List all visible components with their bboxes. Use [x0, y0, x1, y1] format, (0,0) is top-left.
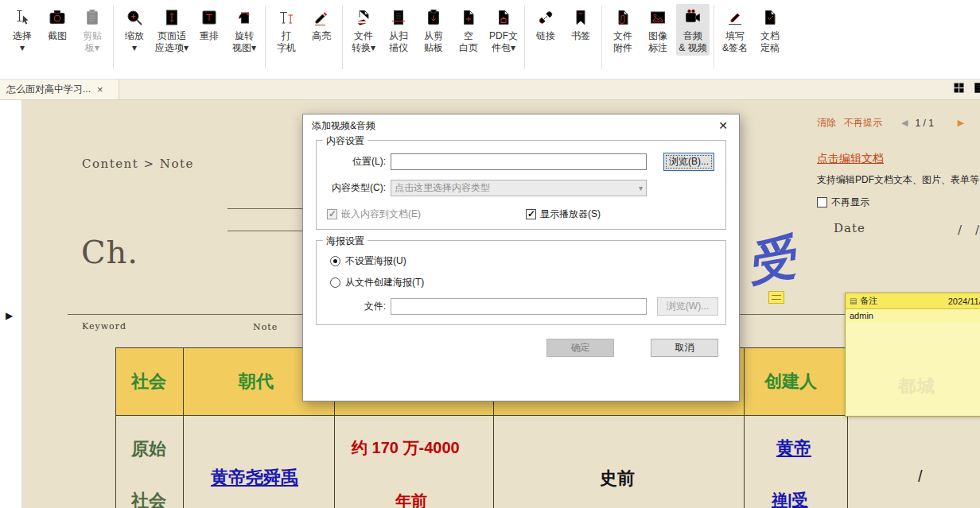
dialog-close-icon[interactable]: ✕	[716, 119, 730, 132]
poster-from-file-option[interactable]: 从文件创建海报(T)	[330, 276, 718, 289]
poster-from-file-radio[interactable]	[330, 277, 340, 288]
content-type-label: 内容类型(C):	[324, 181, 386, 195]
sticky-note-header[interactable]: ▤ 备注 2024/11/21	[846, 293, 980, 309]
no-prompt-button[interactable]: 不再提示	[844, 116, 882, 130]
sticky-note-title: 备注	[860, 295, 877, 307]
keyword-label: Keyword	[82, 321, 126, 332]
single-page-icon[interactable]	[972, 81, 980, 98]
tool-label: PDF文 件包▾	[489, 30, 518, 54]
browse-poster-button: 浏览(W)...	[657, 297, 718, 316]
tool-from-clipboard[interactable]: 从剪 贴板	[417, 4, 450, 56]
tool-fill-sign[interactable]: 填写 &签名	[718, 4, 752, 56]
tool-label: 文档 定稿	[760, 30, 780, 54]
tool-screenshot[interactable]: 截图	[41, 4, 74, 44]
tool-clipboard: 剪贴 板▾	[76, 4, 109, 56]
tool-zoom[interactable]: 缩放 ▾	[118, 4, 151, 56]
tool-finalize-document[interactable]: 文档 定稿	[753, 4, 787, 56]
panel-expander-icon[interactable]: ▶	[6, 310, 13, 321]
tool-file-convert[interactable]: 文件 转换▾	[347, 4, 380, 56]
tool-image-annotation[interactable]: 图像 标注	[641, 4, 675, 56]
left-panel-strip: ▶	[0, 100, 22, 508]
location-input[interactable]	[391, 153, 647, 170]
document-check-icon	[760, 6, 780, 29]
poster-settings-group: 海报设置 不设置海报(U) 从文件创建海报(T) 文件: 浏览(W)...	[316, 240, 726, 325]
table-cell: /	[918, 467, 923, 486]
tool-label: 从剪 贴板	[424, 30, 443, 54]
prev-page-icon[interactable]: ◀	[901, 118, 908, 128]
no-poster-option[interactable]: 不设置海报(U)	[330, 254, 718, 268]
tool-link[interactable]: 链接	[529, 4, 562, 44]
no-poster-radio[interactable]	[330, 256, 340, 266]
add-audio-video-dialog: 添加视频&音频 ✕ 内容设置 位置(L): 浏览(B)... 内容类型(C): …	[302, 114, 740, 401]
sticky-note-annotation[interactable]: ▤ 备注 2024/11/21 admin 都城	[845, 293, 980, 417]
document-tab[interactable]: 怎么面对高中学习... ×	[0, 79, 119, 99]
typewriter-icon	[277, 6, 296, 29]
embed-label: 嵌入内容到文档(E)	[341, 207, 421, 221]
tool-highlight[interactable]: 高亮	[305, 4, 338, 44]
tool-select[interactable]: 选择 ▾	[6, 4, 39, 56]
tool-bookmark[interactable]: 书签	[564, 4, 597, 44]
main-toolbar: 选择 ▾ 截图 剪贴 板▾ 缩放 ▾ 页面适 应选项▾ 重排 旋转 视图▾	[0, 0, 980, 79]
tool-blank-page[interactable]: 空 白页	[452, 4, 485, 56]
embed-checkbox	[327, 209, 337, 219]
tool-page-fit-options[interactable]: 页面适 应选项▾	[153, 4, 191, 56]
notification-bar: 清除 不再提示 ◀ 1 / 1 ▶	[817, 116, 964, 130]
highlighter-icon	[312, 6, 331, 29]
show-player-checkbox[interactable]	[526, 209, 536, 219]
show-player-option[interactable]: 显示播放器(S)	[526, 207, 601, 221]
clear-button[interactable]: 清除	[817, 116, 836, 130]
doc-chapter-text: Ch.	[81, 234, 138, 270]
tool-label: 截图	[48, 30, 67, 42]
edit-document-link[interactable]: 点击编辑文档	[817, 152, 884, 165]
tool-from-scanner[interactable]: 从扫 描仪	[382, 4, 415, 56]
document-tab-bar: 怎么面对高中学习... ×	[0, 79, 980, 100]
date-slash: /	[975, 223, 979, 237]
next-page-icon[interactable]: ▶	[958, 118, 964, 128]
note-icon: ▤	[850, 297, 857, 305]
poster-from-file-label: 从文件创建海报(T)	[345, 276, 424, 289]
tab-close-icon[interactable]: ×	[97, 83, 103, 95]
dialog-title-bar[interactable]: 添加视频&音频 ✕	[303, 114, 739, 137]
comment-marker-icon[interactable]	[768, 291, 784, 304]
tool-file-attachment[interactable]: 文件 附件	[606, 4, 640, 56]
content-settings-group: 内容设置 位置(L): 浏览(B)... 内容类型(C): 点击这里选择内容类型…	[316, 140, 726, 230]
grid-view-icon[interactable]	[952, 81, 966, 98]
tool-label: 旋转 视图▾	[232, 30, 256, 54]
tool-label: 选择 ▾	[13, 30, 32, 54]
page-fit-icon	[162, 6, 181, 29]
toolbar-separator	[113, 6, 114, 69]
tool-pdf-portfolio[interactable]: PDF文 件包▾	[487, 4, 520, 56]
table-header-cell: 创建人	[764, 371, 817, 392]
tool-label: 音频 & 视频	[679, 30, 706, 54]
toolbar-separator	[524, 6, 525, 69]
sticky-note-watermark: 都城	[898, 374, 936, 398]
tool-label: 缩放 ▾	[125, 30, 144, 54]
poster-file-input	[391, 298, 647, 315]
tool-audio-video[interactable]: 音频 & 视频	[676, 4, 710, 56]
table-cell-link[interactable]: 禅|受	[772, 490, 808, 508]
tool-reflow[interactable]: 重排	[192, 4, 226, 44]
sticky-note-author: admin	[846, 309, 980, 322]
signature-pen-icon	[725, 6, 745, 29]
table-gridline	[115, 347, 116, 508]
select-cursor-icon	[13, 6, 32, 29]
rotate-page-icon	[235, 6, 254, 29]
file-label: 文件:	[324, 300, 386, 313]
ok-button: 确定	[546, 339, 614, 357]
group-legend: 内容设置	[323, 134, 368, 148]
table-cell-link[interactable]: 黄帝	[776, 438, 811, 459]
tool-rotate-view[interactable]: 旋转 视图▾	[228, 4, 261, 56]
dont-show-checkbox[interactable]	[817, 197, 827, 207]
table-header-cell: 朝代	[239, 371, 274, 392]
table-cell-link[interactable]: 黄帝尧舜禹	[211, 467, 298, 488]
sticky-note-body[interactable]: 都城	[846, 322, 980, 411]
group-legend: 海报设置	[323, 235, 368, 248]
doc-breadcrumb-text: Content > Note	[82, 157, 194, 171]
table-cell: 原始	[131, 439, 166, 460]
edit-hint-panel: 点击编辑文档 支持编辑PDF文档文本、图片、表单等 不再显示	[817, 151, 980, 209]
tool-typewriter[interactable]: 打 字机	[270, 4, 303, 56]
browse-location-button[interactable]: 浏览(B)...	[663, 153, 714, 171]
tool-label: 打 字机	[277, 30, 296, 54]
dont-show-option[interactable]: 不再显示	[817, 196, 980, 209]
cancel-button[interactable]: 取消	[651, 339, 718, 357]
